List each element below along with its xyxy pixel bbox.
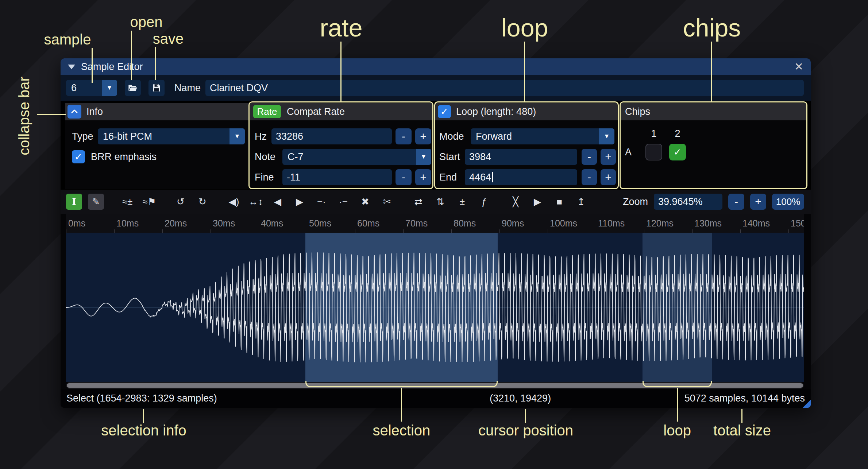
loop-start-input[interactable]: 3984 (465, 149, 577, 165)
toolbar-buttons: I✎≈±≈⚑↺↻◀)↔↕◀▶−··−✖✂⇄⇅±ƒ╳▶■↥ (66, 194, 589, 210)
ruler-tick (114, 229, 115, 233)
ruler-label: 120ms (646, 218, 674, 229)
zoom-minus-button[interactable]: - (728, 194, 744, 210)
redo-button[interactable]: ↻ (194, 194, 211, 210)
ruler-label: 70ms (405, 218, 428, 229)
fade-out-button[interactable]: ▶ (292, 194, 308, 210)
sign-invert-button[interactable]: ± (454, 194, 470, 210)
brr-emphasis-checkbox[interactable] (72, 150, 85, 163)
loop-start-minus-button[interactable]: - (582, 149, 597, 165)
loop-start-plus-button[interactable]: + (601, 149, 616, 165)
time-ruler: 0ms10ms20ms30ms40ms50ms60ms70ms80ms90ms1… (66, 214, 804, 233)
zoom-reset-button[interactable]: 100% (772, 194, 804, 210)
ruler-tick (403, 229, 404, 233)
panels-area: Info Type 16-bit PCM BRR emphasis Rate C… (61, 101, 811, 190)
annotation-chips: chips (683, 13, 741, 42)
note-dropdown[interactable]: C-7 (282, 149, 431, 165)
chip-row-label: A (625, 144, 632, 160)
fade-in-button[interactable]: ◀ (270, 194, 286, 210)
annotation-loop: loop (501, 13, 548, 42)
ruler-label: 130ms (694, 218, 722, 229)
zoom-plus-button[interactable]: + (750, 194, 766, 210)
sample-number-combo[interactable]: 6 (66, 80, 117, 96)
loop-enable-checkbox[interactable] (438, 105, 451, 118)
text-caret (492, 172, 493, 182)
name-input-value: Clarinet DQV (210, 82, 268, 94)
waveform-display[interactable] (66, 233, 804, 382)
cursor-position-text: (3210, 19429) (490, 393, 551, 404)
ruler-tick (692, 229, 693, 233)
loop-panel-title: Loop (length: 480) (456, 106, 536, 117)
reverse-button[interactable]: ⇄ (410, 194, 427, 210)
loop-end-plus-button[interactable]: + (601, 169, 616, 185)
ruler-label: 140ms (742, 218, 770, 229)
scrollbar-thumb[interactable] (67, 383, 803, 388)
delete-button[interactable]: ✖ (357, 194, 373, 210)
info-panel-title: Info (86, 106, 103, 117)
check-icon (674, 147, 682, 158)
undo-button[interactable]: ↺ (173, 194, 189, 210)
close-button[interactable] (794, 61, 803, 72)
hz-input[interactable]: 33286 (271, 128, 392, 144)
hz-plus-button[interactable]: + (415, 128, 431, 144)
chevron-down-icon[interactable] (599, 128, 614, 144)
window-collapse-icon[interactable] (68, 65, 75, 69)
fine-input[interactable]: -11 (282, 169, 392, 185)
folder-open-icon (128, 83, 138, 93)
draw-mode-button[interactable]: ✎ (88, 194, 104, 210)
name-row: 6 Name Clarinet DQV (61, 75, 811, 101)
resize-button[interactable]: ≈± (119, 194, 135, 210)
chevron-down-icon[interactable] (416, 149, 431, 165)
zoom-input[interactable]: 39.9645% (654, 194, 722, 210)
collapse-bar-button[interactable] (67, 105, 81, 119)
chevron-down-icon[interactable] (229, 128, 245, 144)
ruler-tick (740, 229, 741, 233)
apply-silence-button[interactable]: ·− (335, 194, 351, 210)
chevron-down-icon[interactable] (102, 80, 117, 96)
fine-minus-button[interactable]: - (396, 169, 412, 185)
horizontal-scrollbar[interactable] (66, 382, 804, 389)
ruler-label: 110ms (598, 218, 625, 229)
annotation-cursor-position: cursor position (478, 422, 573, 439)
preview-button[interactable]: ▶ (529, 194, 545, 210)
save-button[interactable] (148, 80, 165, 96)
zoom-label: Zoom (623, 194, 648, 210)
loop-end-minus-button[interactable]: - (582, 169, 597, 185)
loop-panel: Loop (length: 480) Mode Forward Start 39… (435, 103, 618, 189)
ruler-tick (355, 229, 355, 233)
rate-panel-title: Compat Rate (287, 106, 345, 117)
ruler-tick (499, 229, 500, 233)
rate-panel-header: Rate Compat Rate (250, 103, 433, 120)
apply-filter-button[interactable]: ƒ (476, 194, 492, 210)
normalize-button[interactable]: ↔↕ (248, 194, 264, 210)
loop-start-label: Start (439, 149, 460, 165)
annotation-line (741, 409, 742, 423)
sample-number-value: 6 (66, 80, 102, 96)
trim-button[interactable]: ✂ (379, 194, 395, 210)
crossfade-loop-button[interactable]: ╳ (508, 194, 524, 210)
chip-1-checkbox[interactable] (645, 144, 662, 160)
ruler-label: 40ms (261, 218, 283, 229)
loop-end-input[interactable]: 4464 (465, 169, 577, 185)
open-button[interactable] (125, 80, 141, 96)
stop-preview-button[interactable]: ■ (551, 194, 567, 210)
make-instrument-button[interactable]: ↥ (573, 194, 589, 210)
mode-label: Mode (439, 128, 464, 144)
resample-button[interactable]: ≈⚑ (141, 194, 157, 210)
ruler-label: 0ms (68, 218, 85, 229)
rate-toggle-button[interactable]: Rate (253, 105, 281, 118)
chip-2-checkbox[interactable] (669, 144, 686, 160)
loop-mode-dropdown[interactable]: Forward (471, 128, 614, 144)
name-input[interactable]: Clarinet DQV (205, 80, 804, 96)
select-mode-button[interactable]: I (66, 194, 82, 210)
invert-button[interactable]: ⇅ (432, 194, 448, 210)
fine-plus-button[interactable]: + (415, 169, 431, 185)
titlebar[interactable]: Sample Editor (61, 58, 811, 75)
note-value: C-7 (282, 149, 416, 165)
amplify-button[interactable]: ◀) (226, 194, 242, 210)
ruler-tick (162, 229, 163, 233)
type-dropdown[interactable]: 16-bit PCM (98, 128, 245, 144)
hz-minus-button[interactable]: - (396, 128, 412, 144)
insert-silence-button[interactable]: −· (313, 194, 329, 210)
check-icon (440, 106, 448, 117)
